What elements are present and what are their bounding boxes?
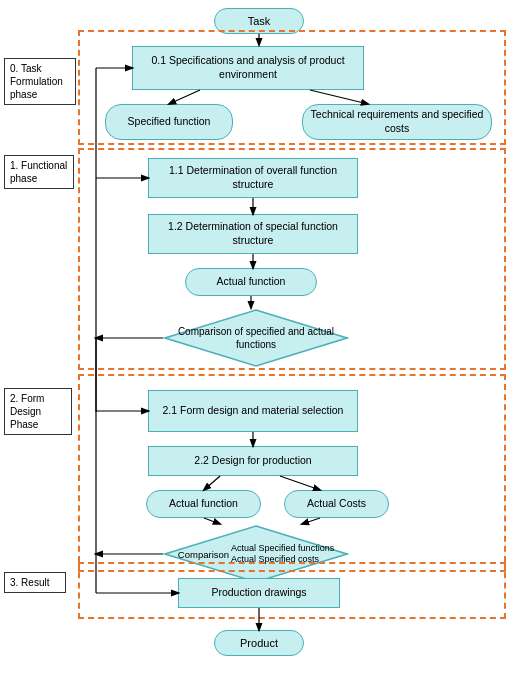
phase-label-3: 3. Result	[4, 572, 66, 593]
product-node: Product	[214, 630, 304, 656]
boundary-phase2	[78, 374, 506, 572]
phase-label-2: 2. Form Design Phase	[4, 388, 72, 435]
boundary-phase3	[78, 562, 506, 619]
boundary-phase0	[78, 30, 506, 145]
phase-label-1: 1. Functional phase	[4, 155, 74, 189]
boundary-phase1	[78, 148, 506, 370]
diagram-container: 0. Task Formulation phase 1. Functional …	[0, 0, 518, 676]
phase-label-0: 0. Task Formulation phase	[4, 58, 76, 105]
